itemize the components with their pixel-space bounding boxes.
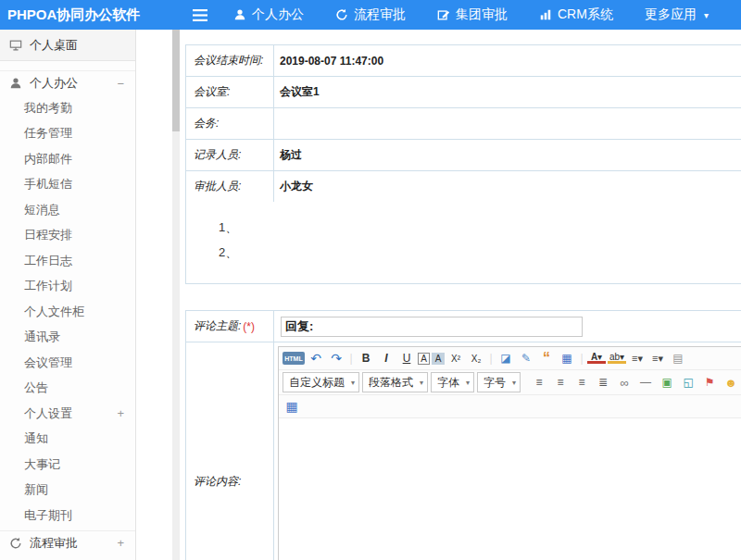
blockquote-icon[interactable]: “ — [537, 350, 556, 367]
meeting-rows: 会议结束时间: 2019-08-07 11:47:00 会议室: 会议室1 会务… — [186, 45, 741, 202]
paragraph-format-select[interactable]: 段落格式 ▾ — [362, 372, 428, 392]
sidebar-item[interactable]: 大事记 — [0, 452, 135, 478]
select-label: 字号 — [484, 375, 506, 391]
heading-select[interactable]: 自定义标题 ▾ — [283, 372, 359, 392]
format-painter-icon[interactable]: ✎ — [517, 350, 535, 367]
content-scrollbar[interactable] — [172, 30, 180, 560]
font-size-select[interactable]: 字号 ▾ — [477, 372, 521, 392]
sidebar-item-label: 个人设置 — [24, 405, 72, 422]
editor-toolbar-row1: HTML ↶ ↷ | B I — [279, 347, 741, 370]
sidebar-item[interactable]: 电子期刊 — [0, 503, 135, 529]
link-icon[interactable]: ∞ — [615, 374, 634, 391]
nav-label: 个人办公 — [252, 6, 304, 23]
char-border-icon[interactable]: A — [418, 353, 430, 365]
separator[interactable]: | — [578, 350, 585, 367]
sidebar-item-label: 我的考勤 — [24, 100, 72, 117]
nav-workflow-approval[interactable]: 流程审批 — [335, 6, 406, 23]
insert-calendar-icon[interactable]: ▦ — [283, 398, 301, 415]
separator[interactable]: | — [347, 350, 355, 367]
comment-form: 评论主题: (*) 评论内容: HTML — [185, 310, 741, 560]
sidebar-item-label: 通知 — [24, 430, 48, 447]
align-right-icon[interactable]: ≡ — [572, 374, 591, 391]
separator[interactable]: | — [487, 350, 495, 367]
meeting-detail-table: 会议结束时间: 2019-08-07 11:47:00 会议室: 会议室1 会务… — [185, 44, 741, 284]
align-left-icon[interactable]: ≡ — [530, 374, 548, 391]
comment-topic-input[interactable] — [281, 317, 583, 337]
subscript-icon[interactable]: X₂ — [467, 350, 485, 367]
nav-group-approval[interactable]: 集团审批 — [437, 6, 508, 23]
editor-toolbar-row3: ▦ — [279, 395, 741, 418]
sidebar-item-desktop[interactable]: 个人桌面 — [0, 30, 135, 61]
insert-image-icon[interactable]: ▣ — [658, 374, 676, 391]
remove-format-icon[interactable]: ◪ — [496, 350, 515, 367]
font-family-select[interactable]: 字体 ▾ — [431, 372, 474, 392]
screenshot-icon[interactable]: ◱ — [679, 374, 697, 391]
undo-icon[interactable]: ↶ — [307, 350, 325, 367]
expand-icon: + — [117, 406, 124, 420]
sidebar-item[interactable]: 工作计划 — [0, 274, 135, 300]
nav-crm-system[interactable]: CRM系统 — [539, 6, 613, 23]
sidebar-item[interactable]: 新闻 — [0, 478, 135, 504]
align-center-icon[interactable]: ≡ — [551, 374, 570, 391]
sidebar-item[interactable]: 通讯录 — [0, 325, 135, 351]
person-icon — [233, 8, 246, 21]
main-area: 会议结束时间: 2019-08-07 11:47:00 会议室: 会议室1 会务… — [136, 30, 741, 560]
insert-table-icon[interactable]: ▦ — [558, 350, 576, 367]
insert-map-icon[interactable]: ⚑ — [700, 374, 719, 391]
chevron-down-icon: ▾ — [512, 379, 516, 387]
sidebar-item[interactable]: 个人设置 + — [0, 401, 135, 427]
collapse-icon[interactable]: − — [117, 77, 124, 91]
sidebar-item[interactable]: 我的考勤 — [0, 95, 135, 121]
bg-color-icon[interactable]: ab▾ — [608, 353, 626, 364]
paste-icon[interactable]: ▤ — [669, 350, 687, 367]
sidebar-item[interactable]: 手机短信 — [0, 172, 135, 198]
nav-more-apps[interactable]: 更多应用 ▾ — [645, 6, 709, 23]
sidebar-section-personal-office[interactable]: 个人办公 − — [0, 70, 135, 95]
emotion-icon[interactable]: ☻ — [722, 374, 740, 391]
unordered-list-icon[interactable]: ≡▾ — [648, 350, 667, 367]
sidebar-item-label: 电子期刊 — [24, 507, 72, 524]
sidebar-item[interactable]: 通知 — [0, 427, 135, 453]
sidebar-item[interactable]: 内部邮件 — [0, 146, 135, 172]
edit-icon — [437, 8, 450, 21]
italic-icon[interactable]: I — [377, 350, 396, 367]
field-value: 杨过 — [274, 140, 741, 170]
redo-icon[interactable]: ↷ — [327, 350, 345, 367]
scrollbar-thumb[interactable] — [172, 30, 180, 131]
html-source-button[interactable]: HTML — [283, 352, 305, 365]
sidebar-item[interactable]: 工作日志 — [0, 248, 135, 274]
chart-icon — [539, 8, 552, 21]
sidebar-item[interactable]: 短消息 — [0, 197, 135, 223]
editor-content-area[interactable] — [279, 418, 741, 560]
highlight-icon[interactable]: A — [432, 353, 445, 365]
rich-text-editor: HTML ↶ ↷ | B I — [278, 346, 741, 560]
sidebar-item-label: 短消息 — [24, 202, 60, 218]
field-value: 2019-08-07 11:47:00 — [274, 45, 741, 76]
align-justify-icon[interactable]: ≣ — [594, 374, 612, 391]
required-mark: (*) — [243, 320, 255, 333]
horizontal-rule-icon[interactable]: — — [636, 374, 655, 391]
select-label: 段落格式 — [369, 375, 413, 391]
sidebar-item[interactable]: 日程安排 — [0, 223, 135, 249]
sidebar-item[interactable]: 个人文件柜 — [0, 299, 135, 325]
sidebar-item-label: 工作计划 — [24, 278, 72, 294]
table-row: 会议结束时间: 2019-08-07 11:47:00 — [186, 45, 741, 77]
nav-personal-office[interactable]: 个人办公 — [233, 6, 304, 23]
sidebar-item[interactable]: 会议管理 — [0, 350, 135, 376]
menu-toggle-icon[interactable] — [193, 9, 207, 21]
bold-icon[interactable]: B — [357, 350, 375, 367]
select-label: 字体 — [437, 375, 459, 391]
field-label: 会议结束时间: — [186, 45, 274, 76]
sidebar-item-label: 个人文件柜 — [24, 304, 84, 320]
sidebar-item[interactable]: 公告 — [0, 376, 135, 402]
ordered-list-icon[interactable]: ≡▾ — [628, 350, 647, 367]
font-color-icon[interactable]: A▾ — [587, 353, 606, 364]
expand-icon[interactable]: + — [117, 536, 124, 550]
underline-icon[interactable]: U — [397, 350, 416, 367]
superscript-icon[interactable]: X² — [446, 350, 465, 367]
sidebar-section-workflow[interactable]: 流程审批 + — [0, 530, 135, 555]
sidebar-item[interactable]: 任务管理 — [0, 121, 135, 147]
table-row: 评论主题: (*) — [186, 311, 741, 342]
sidebar-item-label: 日程安排 — [24, 227, 72, 243]
comment-content-label: 评论内容: — [186, 342, 274, 560]
